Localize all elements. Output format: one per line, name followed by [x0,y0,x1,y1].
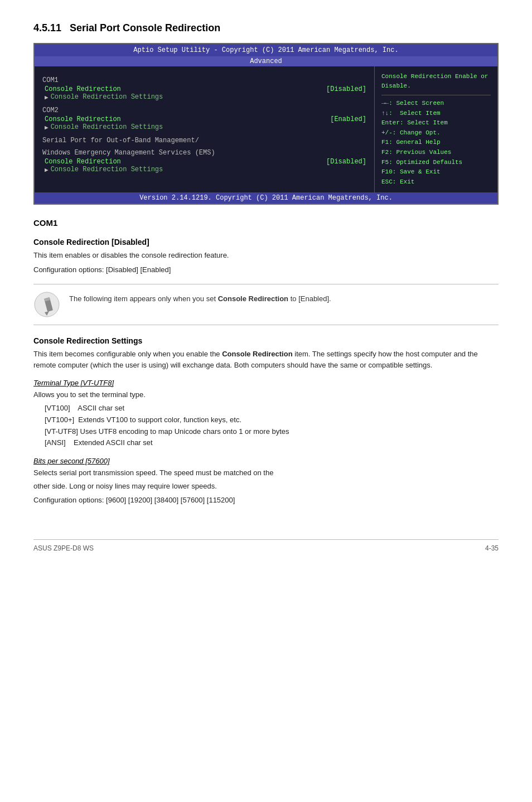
footer-left: ASUS Z9PE-D8 WS [33,544,94,552]
terminal-option-vt100: [VT100] ASCII char set [33,403,499,414]
terminal-option-vt100plus: [VT100+] Extends VT100 to support color,… [33,414,499,426]
bios-hints: →←: Select Screen ↑↓: Select Item Enter:… [381,99,491,187]
bios-serial-console-redirection-label: Console Redirection [45,158,121,166]
bios-right-panel: Console Redirection Enable or Disable. →… [375,66,497,192]
note-box: The following item appears only when you… [33,284,499,325]
hint-5: F1: General Help [381,138,491,148]
bios-screenshot: Aptio Setup Utility - Copyright (C) 2011… [33,43,499,205]
hint-9: ESC: Exit [381,177,491,187]
bios-com2-console-settings: ▶ Console Redirection Settings [42,123,366,131]
bios-right-description: Console Redirection Enable or Disable. [381,72,491,90]
console-redirection-settings-desc: This item becomes configurable only when… [33,349,499,371]
note-icon [33,291,60,318]
hint-7: F5: Optimized Defaults [381,158,491,168]
bios-content-area: COM1 Console Redirection [Disabled] ▶ Co… [35,66,497,192]
bios-serial-line2: Windows Emergency Management Services (E… [42,149,366,157]
bios-serial-console-redirection-row: Console Redirection [Disabled] [42,158,366,166]
console-redirection-settings-heading: Console Redirection Settings [33,336,499,345]
bios-com2-console-redirection-row: Console Redirection [Enabled] [42,115,366,123]
hint-6: F2: Previous Values [381,148,491,158]
hint-2: ↑↓: Select Item [381,109,491,119]
com1-heading: COM1 [33,218,499,228]
bios-com1-label: COM1 [42,76,366,84]
bits-per-second-config: Configuration options: [9600] [19200] [3… [33,495,499,506]
console-redirection-disabled-heading: Console Redirection [Disabled] [33,238,499,247]
bios-com1-console-redirection-label: Console Redirection [45,85,121,93]
terminal-type-heading: Terminal Type [VT-UTF8] [33,379,499,387]
terminal-type-desc: Allows you to set the terminal type. [33,389,499,400]
bios-serial-line1: Serial Port for Out-of-Band Management/ [42,137,366,144]
bios-com1-console-redirection-value: [Disabled] [326,85,366,93]
hint-1: →←: Select Screen [381,99,491,109]
bios-serial-console-redirection-value: [Disabled] [326,158,366,166]
bios-com2-console-redirection-value: [Enabled] [330,115,366,123]
triangle-icon: ▶ [45,94,49,101]
triangle-icon-3: ▶ [45,166,49,173]
bios-com2-label: COM2 [42,107,366,114]
bios-footer: Version 2.14.1219. Copyright (C) 2011 Am… [35,192,497,204]
console-redirection-disabled-config: Configuration options: [Disabled] [Enabl… [33,264,499,276]
hint-4: +/-: Change Opt. [381,128,491,138]
bios-tab-advanced: Advanced [35,56,497,66]
note-text: The following item appears only when you… [69,291,331,305]
bits-per-second-desc2: other side. Long or noisy lines may requ… [33,481,499,492]
bits-per-second-desc1: Selects serial port transmission speed. … [33,467,499,479]
footer-right: 4-35 [485,544,499,552]
console-redirection-disabled-desc: This item enables or disables the consol… [33,250,499,261]
bios-left-panel: COM1 Console Redirection [Disabled] ▶ Co… [35,66,375,192]
section-title: 4.5.11 Serial Port Console Redirection [33,22,499,34]
terminal-option-vtutf8: [VT-UTF8] Uses UTF8 encoding to map Unic… [33,426,499,438]
bits-per-second-heading: Bits per second [57600] [33,457,499,465]
bios-divider [381,95,491,95]
bios-serial-console-settings: ▶ Console Redirection Settings [42,166,366,173]
bios-header: Aptio Setup Utility - Copyright (C) 2011… [35,44,497,56]
bios-com2-console-redirection-label: Console Redirection [45,115,121,123]
bios-com1-console-settings: ▶ Console Redirection Settings [42,93,366,101]
terminal-option-ansi: [ANSI] Extended ASCII char set [33,437,499,449]
hint-3: Enter: Select Item [381,118,491,128]
triangle-icon-2: ▶ [45,124,49,131]
page-footer: ASUS Z9PE-D8 WS 4-35 [33,539,499,552]
hint-8: F10: Save & Exit [381,167,491,177]
bios-com1-console-redirection-row: Console Redirection [Disabled] [42,85,366,93]
